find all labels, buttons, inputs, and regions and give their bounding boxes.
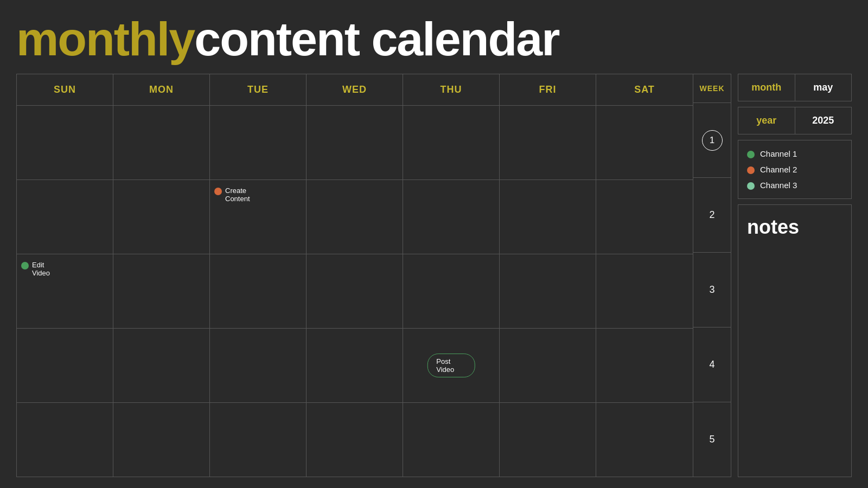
channel-3-label: Channel 3 xyxy=(760,181,797,190)
cell-r1-wed xyxy=(307,106,403,179)
event-create-content-label: CreateContent xyxy=(225,187,250,203)
cell-r4-sun xyxy=(17,329,113,402)
cell-r2-sun xyxy=(17,180,113,254)
cell-r4-fri xyxy=(500,329,596,402)
page-title: monthlycontent calendar xyxy=(16,15,852,63)
cell-r2-mon xyxy=(113,180,210,254)
calendar-row-3: EditVideo xyxy=(17,254,693,329)
event-create-content[interactable]: CreateContent xyxy=(214,187,302,203)
day-header-wed: WED xyxy=(307,74,403,105)
main-content: SUN MON TUE WED THU FRI SAT xyxy=(0,74,868,488)
cell-r3-thu xyxy=(403,254,500,328)
year-box: year 2025 xyxy=(738,107,852,134)
day-header-tue: TUE xyxy=(210,74,307,105)
cell-r1-tue xyxy=(210,106,307,179)
cell-r4-sat xyxy=(596,329,693,402)
cell-r4-thu: Post Video xyxy=(403,329,500,402)
week-cell-5: 5 xyxy=(693,402,731,477)
channel-2-label: Channel 2 xyxy=(760,165,797,174)
event-edit-video[interactable]: EditVideo xyxy=(21,261,108,277)
event-edit-video-label: EditVideo xyxy=(32,261,50,277)
month-label: month xyxy=(738,74,795,101)
cell-r3-tue xyxy=(210,254,307,328)
channel-1-label: Channel 1 xyxy=(760,149,797,158)
cell-r3-fri xyxy=(500,254,596,328)
cell-r5-tue xyxy=(210,403,307,477)
cell-r1-fri xyxy=(500,106,596,179)
cell-r2-tue: CreateContent xyxy=(210,180,307,254)
cell-r1-sat xyxy=(596,106,693,179)
channel-3-item: Channel 3 xyxy=(747,181,843,190)
cell-r1-mon xyxy=(113,106,210,179)
cell-r5-mon xyxy=(113,403,210,477)
year-value: 2025 xyxy=(795,107,852,134)
cell-r2-sat xyxy=(596,180,693,254)
day-header-fri: FRI xyxy=(500,74,596,105)
page: monthlycontent calendar SUN MON TUE WED … xyxy=(0,0,868,488)
channel-2-item: Channel 2 xyxy=(747,165,843,174)
cell-r5-fri xyxy=(500,403,596,477)
day-header-sun: SUN xyxy=(17,74,113,105)
event-post-video[interactable]: Post Video xyxy=(427,354,475,377)
week-cell-3: 3 xyxy=(693,253,731,328)
week-column-header: WEEK xyxy=(693,74,731,103)
cell-r3-mon xyxy=(113,254,210,328)
week-cell-1: 1 xyxy=(693,103,731,178)
calendar-rows: CreateContent EditVideo xyxy=(17,106,693,477)
day-header-mon: MON xyxy=(113,74,210,105)
cell-r1-sun xyxy=(17,106,113,179)
calendar-grid: SUN MON TUE WED THU FRI SAT xyxy=(16,74,693,477)
day-header-sat: SAT xyxy=(596,74,693,105)
cell-r2-thu xyxy=(403,180,500,254)
cell-r3-sun: EditVideo xyxy=(17,254,113,328)
calendar-row-1 xyxy=(17,106,693,180)
sidebar: month may year 2025 Channel 1 Channel 2 xyxy=(738,74,852,477)
channel-1-item: Channel 1 xyxy=(747,149,843,158)
month-value: may xyxy=(795,74,852,101)
cell-r3-sat xyxy=(596,254,693,328)
cell-r2-fri xyxy=(500,180,596,254)
title-rest: content calendar xyxy=(194,12,559,66)
cell-r5-thu xyxy=(403,403,500,477)
day-header-thu: THU xyxy=(403,74,500,105)
cell-r4-wed xyxy=(307,329,403,402)
cell-r5-sun xyxy=(17,403,113,477)
week-cell-4: 4 xyxy=(693,328,731,402)
calendar-row-5 xyxy=(17,403,693,477)
calendar-row-2: CreateContent xyxy=(17,180,693,254)
week-column: WEEK 1 2 3 4 5 xyxy=(693,74,731,477)
cell-r4-mon xyxy=(113,329,210,402)
channel-3-dot xyxy=(747,182,755,190)
cell-r3-wed xyxy=(307,254,403,328)
day-headers-row: SUN MON TUE WED THU FRI SAT xyxy=(17,74,693,106)
dot-green-icon xyxy=(21,262,29,269)
cell-r1-thu xyxy=(403,106,500,179)
channels-box: Channel 1 Channel 2 Channel 3 xyxy=(738,140,852,199)
week-number-circle-1: 1 xyxy=(702,130,723,151)
channel-2-dot xyxy=(747,166,755,174)
channel-1-dot xyxy=(747,151,755,158)
notes-title: notes xyxy=(747,216,843,239)
title-monthly: monthly xyxy=(16,12,194,66)
year-label: year xyxy=(738,107,795,134)
dot-orange-icon xyxy=(214,188,222,195)
cell-r5-sat xyxy=(596,403,693,477)
month-box: month may xyxy=(738,74,852,101)
cell-r2-wed xyxy=(307,180,403,254)
week-cell-2: 2 xyxy=(693,178,731,253)
header: monthlycontent calendar xyxy=(0,0,868,74)
cell-r4-tue xyxy=(210,329,307,402)
calendar-row-4: Post Video xyxy=(17,329,693,403)
cell-r5-wed xyxy=(307,403,403,477)
notes-box[interactable]: notes xyxy=(738,204,852,477)
